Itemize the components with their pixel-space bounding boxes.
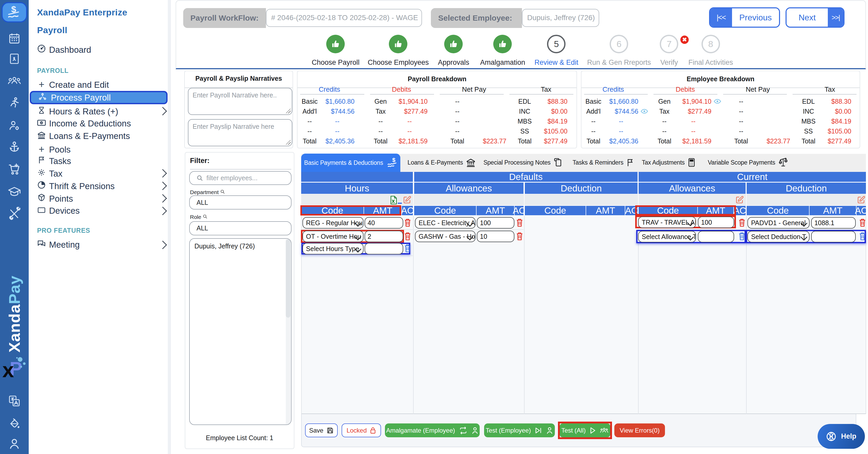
svg-text:$: $ [392, 158, 395, 163]
svg-text:x: x [2, 359, 14, 380]
